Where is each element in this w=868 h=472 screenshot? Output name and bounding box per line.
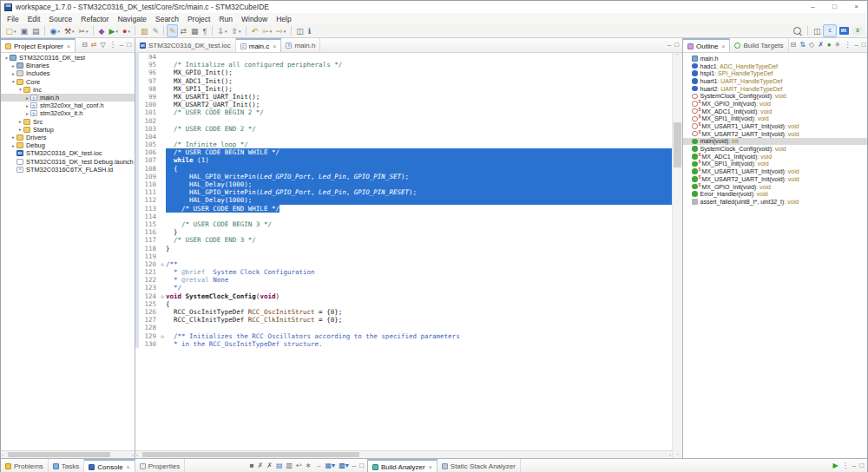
dropdown-arrow-icon[interactable]: ▾: [345, 462, 349, 469]
close-icon[interactable]: ×: [273, 43, 276, 49]
scroll-down-icon[interactable]: ˇ: [673, 453, 682, 458]
code-line[interactable]: 105 /* Infinite loop */: [135, 141, 672, 148]
tree-item[interactable]: ▾Core: [1, 78, 135, 86]
forward-icon[interactable]: ⇨▾: [274, 24, 288, 37]
clear-console-icon[interactable]: ▤: [274, 460, 285, 472]
dropdown-arrow-icon[interactable]: ▾: [86, 29, 89, 34]
code-line[interactable]: 124⊖void SystemClock_Config(void): [135, 292, 672, 300]
tree-item[interactable]: ▸stm32c0xx_it.h: [1, 109, 135, 117]
tab-static-stack-analyzer[interactable]: Static Stack Analyzer: [437, 459, 521, 472]
hide-static-icon[interactable]: ✗: [816, 39, 825, 51]
code-line[interactable]: 101 /* USER CODE BEGIN 2 */: [135, 108, 672, 116]
code-line[interactable]: 125{: [135, 300, 672, 308]
code-line[interactable]: 110 HAL_Delay(1000);: [135, 180, 672, 188]
code-line[interactable]: 102: [135, 117, 672, 125]
outline-item[interactable]: Error_Handler(void) : void: [683, 190, 867, 198]
show-on-output-icon[interactable]: →: [313, 460, 324, 472]
scroll-lock-icon[interactable]: ▥: [285, 460, 295, 472]
tree-item[interactable]: ▸main.h: [1, 94, 135, 102]
maximize-icon[interactable]: □: [358, 460, 365, 472]
cubemx-perspective-icon[interactable]: MX: [837, 24, 851, 37]
tree-item[interactable]: STM32C0316C6TX_FLASH.ld: [1, 166, 135, 174]
scroll-up-icon[interactable]: ˆ: [673, 53, 682, 58]
filter-icon[interactable]: ▽: [99, 39, 108, 51]
code-line[interactable]: 122 * @retval None: [135, 276, 672, 284]
collapse-icon[interactable]: ▾: [10, 79, 16, 84]
show-blocks-icon[interactable]: ▦: [189, 24, 201, 37]
save-icon[interactable]: ▣: [18, 24, 30, 37]
attach-icon[interactable]: ✎: [150, 24, 161, 37]
tab-project-explorer[interactable]: Project Explorer ×: [1, 38, 76, 52]
tab-build-analyzer[interactable]: Build Analyzer×: [368, 459, 437, 472]
mark-occurrences-icon[interactable]: ✎: [167, 24, 178, 37]
outline-item[interactable]: SMX_SPI1_Init(void) : void: [683, 115, 867, 123]
outline-item[interactable]: assert_failed(uint8_t*, uint32_t) : void: [683, 198, 867, 206]
outline-item[interactable]: SMX_USART1_UART_Init(void) : void: [683, 122, 867, 130]
filter-icon[interactable]: ✳: [833, 39, 843, 51]
tree-item[interactable]: STM32C0316_DK_test Debug.launch: [1, 157, 135, 165]
code-line[interactable]: 114: [135, 213, 672, 220]
editor-vertical-scrollbar[interactable]: ˆ ˇ: [672, 53, 682, 458]
outline-item[interactable]: SMX_GPIO_Init(void) : void: [683, 183, 867, 191]
terminate-icon[interactable]: ●▾: [120, 24, 132, 37]
code-line[interactable]: 94: [135, 53, 672, 61]
code-editor[interactable]: 9495 /* Initialize all configured periph…: [135, 53, 672, 450]
code-line[interactable]: 119: [135, 252, 672, 260]
next-annotation-icon[interactable]: ⇩▾: [215, 24, 229, 37]
scroll-right-icon[interactable]: ›: [132, 451, 134, 458]
expand-icon[interactable]: ▸: [24, 103, 30, 108]
open-folder-icon[interactable]: ▥: [138, 24, 150, 37]
expand-icon[interactable]: ▸: [10, 134, 16, 140]
maximize-icon[interactable]: □: [858, 460, 865, 472]
maximize-icon[interactable]: □: [824, 1, 845, 13]
expand-icon[interactable]: ▸: [17, 127, 23, 132]
view-menu-icon[interactable]: ⋮: [840, 460, 851, 472]
outline-item[interactable]: main.h: [683, 55, 867, 62]
cpp-perspective-icon[interactable]: C: [823, 24, 837, 37]
tab-build-targets[interactable]: Build Targets: [730, 38, 788, 52]
link-with-editor-icon[interactable]: ⇄: [178, 24, 189, 37]
collapse-all-icon[interactable]: ⊟: [80, 39, 89, 51]
outline-item[interactable]: SMX_ADC1_Init(void) : void: [683, 108, 867, 115]
minimize-icon[interactable]: –: [666, 39, 673, 51]
save-all-icon[interactable]: ▤: [30, 24, 43, 37]
menu-run[interactable]: Run: [214, 15, 237, 23]
show-whitespace-icon[interactable]: ¶: [201, 24, 209, 37]
dropdown-arrow-icon[interactable]: ▾: [115, 29, 118, 34]
new-wizard-icon[interactable]: ▢▾: [3, 24, 18, 37]
close-icon[interactable]: ×: [67, 43, 70, 49]
tab-outline[interactable]: Outline×: [683, 38, 730, 52]
menu-edit[interactable]: Edit: [23, 15, 45, 23]
outline-item[interactable]: hadc1 : ADC_HandleTypeDef: [683, 62, 867, 70]
explorer-horizontal-scrollbar[interactable]: ‹ ›: [1, 450, 135, 458]
search-icon[interactable]: [789, 24, 805, 37]
tree-item[interactable]: STM32C0316_DK_test.ioc: [1, 149, 135, 157]
minimize-icon[interactable]: –: [351, 460, 358, 472]
dropdown-arrow-icon[interactable]: ▾: [270, 29, 273, 34]
code-line[interactable]: 126 RCC_OscInitTypeDef RCC_OscInitStruct…: [135, 308, 672, 316]
minimize-icon[interactable]: –: [118, 39, 125, 51]
outline-item[interactable]: SystemClock_Config(void) : void: [683, 145, 867, 153]
minimize-icon[interactable]: –: [851, 460, 858, 472]
code-line[interactable]: 112 HAL_Delay(1000);: [135, 196, 672, 204]
view-menu-icon[interactable]: ⋮: [108, 39, 118, 51]
code-line[interactable]: 130 * in the RCC_OscInitTypeDef structur…: [135, 340, 672, 348]
outline-item[interactable]: SystemClock_Config(void) : void: [683, 92, 867, 100]
hide-fields-icon[interactable]: ◇: [807, 39, 816, 51]
scroll-right-icon[interactable]: ›: [669, 451, 671, 458]
dropdown-arrow-icon[interactable]: ▾: [284, 29, 286, 34]
display-console-icon[interactable]: ▦▾: [324, 460, 338, 472]
outline-item[interactable]: main(void) : int: [683, 138, 867, 146]
code-line[interactable]: 120⊖/**: [135, 260, 672, 268]
prev-annotation-icon[interactable]: ⇧▾: [229, 24, 243, 37]
outline-item[interactable]: SMX_USART2_UART_Init(void) : void: [683, 130, 867, 138]
tab-tasks[interactable]: Tasks: [49, 459, 84, 472]
tree-item[interactable]: ▸Drivers: [1, 134, 135, 141]
collapse-icon[interactable]: ▾: [3, 56, 10, 61]
outline-item[interactable]: SMX_USART2_UART_Init(void) : void: [683, 175, 867, 183]
outline-item[interactable]: SMX_USART1_UART_Init(void) : void: [683, 167, 867, 175]
open-perspective-icon[interactable]: ◫: [811, 24, 823, 37]
close-icon[interactable]: ×: [721, 43, 725, 49]
dropdown-arrow-icon[interactable]: ▾: [225, 29, 227, 34]
terminate-icon[interactable]: ■: [248, 460, 256, 472]
